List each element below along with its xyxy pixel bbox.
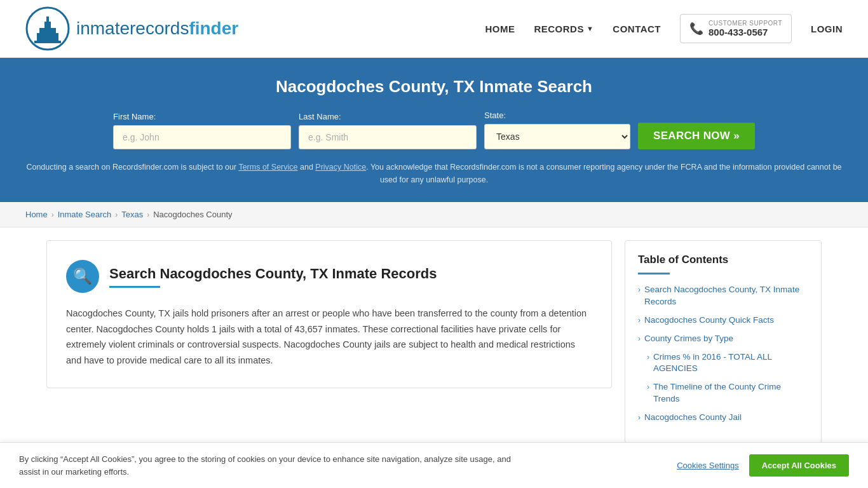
article-title-block: Search Nacogdoches County, TX Inmate Rec… xyxy=(109,266,437,288)
toc-items: ›Search Nacogdoches County, TX Inmate Re… xyxy=(638,284,808,424)
toc-link[interactable]: Search Nacogdoches County, TX Inmate Rec… xyxy=(644,284,808,308)
hero-section: Nacogdoches County, TX Inmate Search Fir… xyxy=(0,58,868,202)
support-text: CUSTOMER SUPPORT 800-433-0567 xyxy=(709,20,782,37)
toc-chevron-icon: › xyxy=(638,334,641,343)
cookie-actions: Cookies Settings Accept All Cookies xyxy=(677,454,849,456)
toc-item[interactable]: ›Crimes % in 2016 - TOTAL ALL AGENCIES xyxy=(647,351,808,376)
article-title: Search Nacogdoches County, TX Inmate Rec… xyxy=(109,266,437,282)
breadcrumb-state[interactable]: Texas xyxy=(121,210,143,219)
toc-chevron-icon: › xyxy=(638,413,641,422)
toc-link[interactable]: Crimes % in 2016 - TOTAL ALL AGENCIES xyxy=(653,351,808,376)
toc-chevron-icon: › xyxy=(638,316,641,325)
disclaimer-text: Conducting a search on Recordsfinder.com… xyxy=(25,161,843,186)
tos-link[interactable]: Terms of Service xyxy=(238,163,297,172)
main-nav: HOME RECORDS ▼ CONTACT 📞 CUSTOMER SUPPOR… xyxy=(485,14,843,43)
breadcrumb-sep-2: › xyxy=(115,210,118,219)
nav-contact[interactable]: CONTACT xyxy=(613,24,661,34)
cookie-banner: By clicking “Accept All Cookies”, you ag… xyxy=(0,442,868,456)
toc-link[interactable]: Nacogdoches County Quick Facts xyxy=(644,315,774,327)
toc-chevron-icon: › xyxy=(647,383,649,391)
cookie-accept-button[interactable]: Accept All Cookies xyxy=(749,454,849,456)
records-chevron-icon: ▼ xyxy=(587,25,593,32)
toc-chevron-icon: › xyxy=(638,285,641,294)
toc-link[interactable]: The Timeline of the County Crime Trends xyxy=(653,381,808,405)
toc-item[interactable]: ›Search Nacogdoches County, TX Inmate Re… xyxy=(638,284,808,308)
logo-area: inmaterecordsfinder xyxy=(25,6,238,51)
toc-item[interactable]: ›The Timeline of the County Crime Trends xyxy=(647,381,808,405)
search-form: First Name: Last Name: State: TexasAlaba… xyxy=(25,111,843,149)
support-label: CUSTOMER SUPPORT xyxy=(709,20,782,27)
toc-item[interactable]: ›Nacogdoches County Jail xyxy=(638,412,808,424)
breadcrumb-sep-3: › xyxy=(147,210,149,219)
last-name-group: Last Name: xyxy=(299,112,477,149)
toc-item[interactable]: ›County Crimes by Type xyxy=(638,333,808,345)
hero-title: Nacogdoches County, TX Inmate Search xyxy=(25,77,843,97)
toc-item[interactable]: ›Nacogdoches County Quick Facts xyxy=(638,315,808,327)
breadcrumb-sep-1: › xyxy=(51,210,54,219)
breadcrumb-current: Nacogdoches County xyxy=(153,210,232,219)
last-name-input[interactable] xyxy=(299,125,477,149)
article-body: Nacogdoches County, TX jails hold prison… xyxy=(66,306,592,369)
article: 🔍 Search Nacogdoches County, TX Inmate R… xyxy=(46,240,612,388)
search-button[interactable]: SEARCH NOW » xyxy=(638,123,755,149)
breadcrumb-inmate-search[interactable]: Inmate Search xyxy=(58,210,112,219)
phone-icon: 📞 xyxy=(689,22,703,36)
support-box[interactable]: 📞 CUSTOMER SUPPORT 800-433-0567 xyxy=(680,14,792,43)
article-title-underline xyxy=(109,286,160,288)
sidebar-toc: Table of Contents ›Search Nacogdoches Co… xyxy=(625,240,822,444)
support-number: 800-433-0567 xyxy=(709,27,782,37)
toc-link[interactable]: County Crimes by Type xyxy=(644,333,733,345)
cookie-text: By clicking “Accept All Cookies”, you ag… xyxy=(19,453,527,456)
svg-rect-5 xyxy=(34,41,61,43)
logo-text: inmaterecordsfinder xyxy=(76,18,238,39)
svg-rect-4 xyxy=(46,17,49,23)
toc-title: Table of Contents xyxy=(638,254,808,266)
breadcrumb-home[interactable]: Home xyxy=(25,210,48,219)
first-name-group: First Name: xyxy=(113,112,291,149)
last-name-label: Last Name: xyxy=(299,112,341,121)
state-select[interactable]: TexasAlabamaAlaskaArizonaArkansasCalifor… xyxy=(484,124,630,149)
toc-link[interactable]: Nacogdoches County Jail xyxy=(644,412,742,424)
first-name-input[interactable] xyxy=(113,125,291,149)
logo-icon xyxy=(25,6,70,51)
nav-home[interactable]: HOME xyxy=(485,24,515,34)
search-circle-icon: 🔍 xyxy=(66,260,99,293)
login-button[interactable]: LOGIN xyxy=(811,24,843,34)
breadcrumb: Home › Inmate Search › Texas › Nacogdoch… xyxy=(0,202,868,227)
state-label: State: xyxy=(484,111,506,120)
first-name-label: First Name: xyxy=(113,112,156,121)
state-group: State: TexasAlabamaAlaskaArizonaArkansas… xyxy=(484,111,630,149)
main-container: 🔍 Search Nacogdoches County, TX Inmate R… xyxy=(21,240,847,444)
toc-divider xyxy=(638,273,670,274)
privacy-link[interactable]: Privacy Notice xyxy=(315,163,366,172)
toc-chevron-icon: › xyxy=(647,353,649,362)
header: inmaterecordsfinder HOME RECORDS ▼ CONTA… xyxy=(0,0,868,58)
nav-records[interactable]: RECORDS ▼ xyxy=(534,24,593,34)
article-header: 🔍 Search Nacogdoches County, TX Inmate R… xyxy=(66,260,592,293)
